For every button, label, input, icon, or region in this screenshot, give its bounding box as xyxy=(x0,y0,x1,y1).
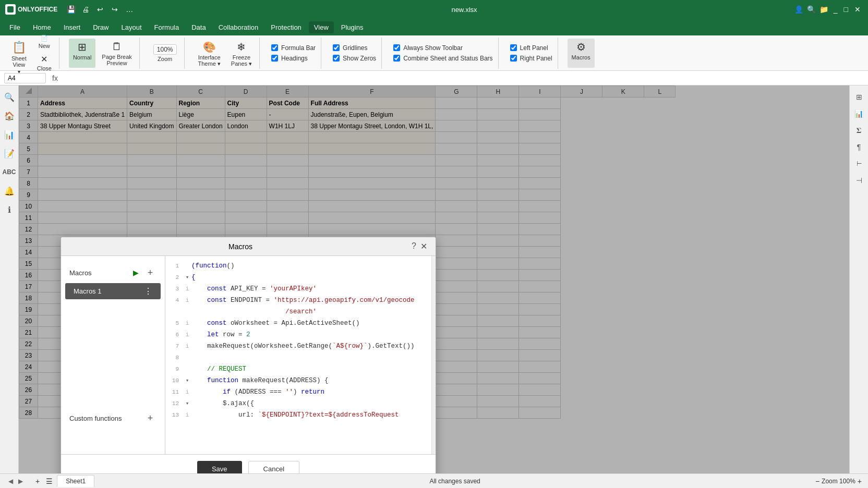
user-avatar[interactable]: 👤 xyxy=(794,4,804,15)
sidebar-insert-icon[interactable]: 📊 xyxy=(2,127,17,142)
menu-bar: File Home Insert Draw Layout Formula Dat… xyxy=(0,19,868,35)
new-button[interactable]: 📄 New xyxy=(33,33,56,51)
undo-icon[interactable]: ↩ xyxy=(95,4,105,15)
menu-collaboration[interactable]: Collaboration xyxy=(213,21,264,33)
more-icon[interactable]: … xyxy=(124,4,135,15)
ribbon: 📋 SheetView ▾ 📄 New ✕ Close ⊞ Normal 🗒 P… xyxy=(0,35,868,71)
formula-bar-checkbox[interactable]: Formula Bar xyxy=(271,44,316,52)
cancel-button[interactable]: Cancel xyxy=(248,461,299,473)
run-macro-button[interactable]: ▶ xyxy=(129,266,142,279)
sheet-nav-left[interactable]: ◀ xyxy=(6,477,15,486)
right-panel-icon-5[interactable]: ⊢ xyxy=(852,156,866,171)
code-line-6: 6 i let row = 2 xyxy=(165,329,431,340)
right-panel-icon-4[interactable]: ¶ xyxy=(852,140,866,154)
menu-insert[interactable]: Insert xyxy=(58,21,86,33)
menu-home[interactable]: Home xyxy=(28,21,56,33)
menu-view[interactable]: View xyxy=(309,21,334,33)
print-icon[interactable]: 🖨 xyxy=(80,4,91,15)
code-line-11: 11 i if (ADDRESS === '') return xyxy=(165,386,431,398)
theme-icon: 🎨 xyxy=(203,41,216,53)
code-line-2: 2 ▾ { xyxy=(165,272,431,283)
page-break-button[interactable]: 🗒 Page BreakPreview xyxy=(98,39,136,68)
menu-data[interactable]: Data xyxy=(186,21,211,33)
right-panel-icon-6[interactable]: ⊣ xyxy=(852,173,866,188)
macros-button[interactable]: ⚙ Macros xyxy=(568,39,595,68)
dialog-footer: Save Cancel xyxy=(61,454,436,473)
custom-functions-title: Custom functions xyxy=(69,414,122,422)
ribbon-group-theme: 🎨 InterfaceTheme ▾ ❄ FreezePanes ▾ xyxy=(191,38,260,69)
cell-reference-input[interactable] xyxy=(4,73,46,83)
menu-draw[interactable]: Draw xyxy=(88,21,114,33)
show-zeros-checkbox[interactable]: Show Zeros xyxy=(333,55,376,62)
menu-layout[interactable]: Layout xyxy=(116,21,147,33)
maximize-button[interactable]: □ xyxy=(842,5,850,14)
modal-overlay: Macros ? ✕ Macros ▶ xyxy=(19,86,849,473)
ribbon-group-zoom: 100% Zoom xyxy=(146,38,185,69)
dialog-close-icon[interactable]: ✕ xyxy=(420,241,427,251)
save-button[interactable]: Save xyxy=(197,461,242,473)
gridlines-checkbox[interactable]: Gridlines xyxy=(333,44,376,52)
normal-view-button[interactable]: ⊞ Normal xyxy=(69,39,95,68)
sidebar-bell-icon[interactable]: 🔔 xyxy=(2,184,17,198)
code-editor[interactable]: 1 (function() 2 ▾ { xyxy=(165,256,431,454)
zoom-out-button[interactable]: − xyxy=(815,477,819,485)
interface-theme-label: InterfaceTheme ▾ xyxy=(198,54,221,67)
formula-input[interactable] xyxy=(64,75,864,82)
status-bar: ◀ ▶ + ☰ Sheet1 All changes saved − Zoom … xyxy=(0,473,868,488)
menu-formula[interactable]: Formula xyxy=(149,21,185,33)
new-icon: 📄 xyxy=(41,35,48,42)
checkbox-group-1: Formula Bar Headings xyxy=(269,44,318,62)
sheet-list-button[interactable]: ☰ xyxy=(44,477,55,485)
menu-plugins[interactable]: Plugins xyxy=(336,21,369,33)
code-line-13: 13 i url: `${ENDPOINT}?text=${addressToR… xyxy=(165,409,431,421)
close-button[interactable]: ✕ xyxy=(852,5,863,14)
right-panel-checkbox[interactable]: Right Panel xyxy=(510,55,552,62)
macros-section-header: Macros ▶ + xyxy=(61,262,165,283)
right-panel-icon-2[interactable]: 📊 xyxy=(852,106,866,121)
menu-protection[interactable]: Protection xyxy=(266,21,307,33)
menu-file[interactable]: File xyxy=(4,21,26,33)
editor-scrollbar[interactable] xyxy=(431,256,436,454)
code-line-3: 3 i const API_KEY = 'yourAPIkey' xyxy=(165,283,431,295)
ribbon-group-checkboxes1: Formula Bar Headings xyxy=(266,38,321,69)
zoom-in-button[interactable]: + xyxy=(858,477,862,485)
always-show-toolbar-checkbox[interactable]: Always Show Toolbar xyxy=(393,44,492,52)
status-message: All changes saved xyxy=(103,478,807,485)
sidebar-format-icon[interactable]: 📝 xyxy=(2,146,17,161)
combine-sheet-status-checkbox[interactable]: Combine Sheet and Status Bars xyxy=(393,55,492,62)
minimize-button[interactable]: _ xyxy=(831,5,840,14)
macros-dialog: Macros ? ✕ Macros ▶ xyxy=(61,237,436,473)
headings-checkbox[interactable]: Headings xyxy=(271,55,316,62)
macro-item-1[interactable]: Macros 1 ⋮ xyxy=(65,283,161,299)
freeze-panes-button[interactable]: ❄ FreezePanes ▾ xyxy=(227,39,256,68)
sheet-tab-sheet1[interactable]: Sheet1 xyxy=(57,475,94,487)
code-line-10: 10 ▾ function makeRequest(ADDRESS) { xyxy=(165,375,431,386)
redo-icon[interactable]: ↪ xyxy=(110,4,120,15)
sheet-view-button[interactable]: 📋 SheetView ▾ xyxy=(7,39,31,68)
save-location-icon[interactable]: 📁 xyxy=(819,4,829,15)
right-panel-icon-3[interactable]: 𝚺 xyxy=(852,123,866,138)
add-custom-function-button[interactable]: + xyxy=(144,412,156,424)
macros-label: Macros xyxy=(572,54,590,60)
zoom-dropdown[interactable]: 100% Zoom xyxy=(149,42,181,64)
logo-text: ONLYOFFICE xyxy=(18,6,57,13)
add-sheet-button[interactable]: + xyxy=(33,477,42,485)
page-break-label: Page BreakPreview xyxy=(102,54,131,66)
sidebar-home-icon[interactable]: 🏠 xyxy=(2,108,17,123)
dialog-header-icons: ? ✕ xyxy=(412,241,427,251)
dialog-help-icon[interactable]: ? xyxy=(412,241,416,251)
close-button[interactable]: ✕ Close xyxy=(33,52,56,74)
sidebar-info-icon[interactable]: ℹ xyxy=(2,202,17,217)
sheet-nav-right[interactable]: ▶ xyxy=(16,477,25,486)
macro-item-menu-icon[interactable]: ⋮ xyxy=(144,286,152,296)
sidebar-search-icon[interactable]: 🔍 xyxy=(2,90,17,104)
title-bar: ONLYOFFICE 💾 🖨 ↩ ↪ … new.xlsx 👤 🔍 📁 _ □ … xyxy=(0,0,868,19)
save-icon[interactable]: 💾 xyxy=(66,4,76,15)
search-icon[interactable]: 🔍 xyxy=(806,4,817,15)
sidebar-abc-icon[interactable]: ABC xyxy=(2,165,17,179)
right-panel-icon-1[interactable]: ⊞ xyxy=(852,90,866,104)
interface-theme-button[interactable]: 🎨 InterfaceTheme ▾ xyxy=(194,39,225,68)
add-macro-button[interactable]: + xyxy=(144,266,156,279)
formula-fx-icon: fx xyxy=(50,74,60,82)
left-panel-checkbox[interactable]: Left Panel xyxy=(510,44,552,52)
